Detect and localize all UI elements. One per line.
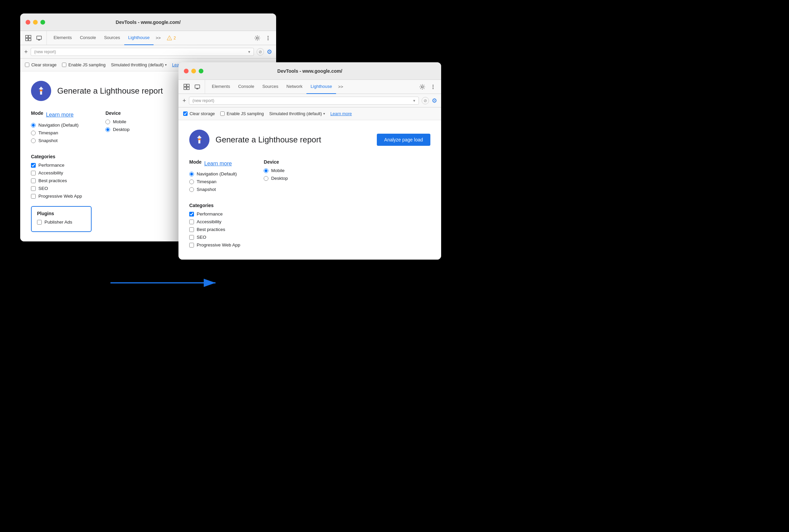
- cat-performance-front[interactable]: Performance: [189, 211, 430, 216]
- settings-icon-back[interactable]: [252, 33, 262, 43]
- mode-snapshot-front[interactable]: Snapshot: [189, 187, 237, 192]
- mode-header-back: Mode Learn more: [31, 111, 78, 119]
- device-toggle-icon-front[interactable]: [193, 82, 202, 92]
- mode-timespan-back[interactable]: Timespan: [31, 130, 78, 135]
- enable-js-checkbox-back[interactable]: [62, 63, 66, 67]
- window-title-back: DevTools - www.google.com/: [116, 20, 181, 25]
- clear-storage-label-front[interactable]: Clear storage: [183, 111, 215, 116]
- more-options-icon-front[interactable]: [428, 82, 438, 92]
- tab-elements-front[interactable]: Elements: [208, 80, 234, 94]
- enable-js-label-back[interactable]: Enable JS sampling: [62, 63, 106, 67]
- plugins-section-back: Plugins Publisher Ads: [31, 206, 92, 232]
- settings-icon-front[interactable]: [417, 82, 427, 92]
- enable-js-label-front[interactable]: Enable JS sampling: [220, 111, 264, 116]
- report-header-front: Generate a Lighthouse report Analyze pag…: [189, 130, 430, 150]
- svg-rect-15: [187, 84, 189, 87]
- mode-timespan-front[interactable]: Timespan: [189, 179, 237, 184]
- dropdown-icon-front: ▾: [413, 98, 415, 103]
- svg-rect-17: [195, 85, 200, 88]
- options-bar-front: Clear storage Enable JS sampling Simulat…: [179, 108, 441, 120]
- gear-icon-back[interactable]: ⚙: [267, 48, 272, 56]
- throttling-arrow-front: ▾: [323, 112, 325, 115]
- device-desktop-front[interactable]: Desktop: [264, 176, 288, 181]
- window-title-front: DevTools - www.google.com/: [278, 68, 342, 74]
- tab-elements-back[interactable]: Elements: [50, 31, 76, 45]
- report-input-back[interactable]: (new report) ▾: [31, 48, 254, 56]
- report-title-back: Generate a Lighthouse report: [57, 86, 163, 96]
- throttling-dropdown-back[interactable]: Simulated throttling (default) ▾: [111, 63, 167, 67]
- cat-seo-front[interactable]: SEO: [189, 235, 430, 240]
- device-section-back: Device Mobile Desktop: [106, 111, 130, 146]
- inspect-icon-front[interactable]: [182, 82, 191, 92]
- lighthouse-logo-back: [31, 81, 51, 101]
- title-bar-back: DevTools - www.google.com/: [20, 14, 276, 31]
- clear-storage-checkbox-front[interactable]: [183, 111, 188, 116]
- device-toggle-icon-back[interactable]: [34, 33, 44, 43]
- svg-point-19: [421, 86, 423, 88]
- mode-header-front: Mode Learn more: [189, 159, 237, 168]
- mode-navigation-front[interactable]: Navigation (Default): [189, 171, 237, 176]
- toolbar-right-back: [252, 33, 273, 43]
- svg-rect-5: [38, 40, 40, 40]
- mode-learn-more-front[interactable]: Learn more: [204, 160, 232, 167]
- maximize-button-front[interactable]: [199, 69, 203, 73]
- analyze-button-front[interactable]: Analyze page load: [377, 134, 430, 146]
- report-title-front: Generate a Lighthouse report: [215, 135, 321, 145]
- minimize-button-front[interactable]: [191, 69, 196, 73]
- enable-js-checkbox-front[interactable]: [220, 111, 225, 116]
- svg-point-22: [433, 88, 434, 89]
- gear-icon-front[interactable]: ⚙: [432, 97, 437, 104]
- svg-rect-3: [29, 38, 31, 41]
- cat-best-practices-front[interactable]: Best practices: [189, 227, 430, 232]
- svg-rect-13: [184, 84, 186, 87]
- tab-sources-front[interactable]: Sources: [258, 80, 283, 94]
- clear-storage-checkbox-back[interactable]: [25, 63, 29, 67]
- mode-navigation-back[interactable]: Navigation (Default): [31, 122, 78, 128]
- mode-learn-more-back[interactable]: Learn more: [46, 112, 74, 118]
- inspect-icon-back[interactable]: [23, 33, 33, 43]
- mode-section-front: Mode Learn more Navigation (Default) Tim…: [189, 159, 237, 195]
- tab-lighthouse-back[interactable]: Lighthouse: [124, 31, 154, 45]
- more-options-icon-back[interactable]: [263, 33, 273, 43]
- report-placeholder-front: (new report): [193, 98, 214, 103]
- svg-point-10: [268, 39, 269, 40]
- svg-point-8: [268, 36, 269, 37]
- cancel-icon-back[interactable]: ⊘: [257, 48, 264, 56]
- window-controls-front: [184, 69, 203, 73]
- close-button-back[interactable]: [25, 20, 30, 24]
- minimize-button-back[interactable]: [33, 20, 38, 24]
- warning-badge-back[interactable]: ! 2: [164, 35, 179, 41]
- tab-more-back[interactable]: >>: [153, 35, 163, 40]
- learn-more-link-front[interactable]: Learn more: [330, 111, 352, 116]
- cancel-icon-front[interactable]: ⊘: [421, 97, 429, 104]
- svg-rect-16: [187, 87, 189, 90]
- title-bar-front: DevTools - www.google.com/: [179, 62, 441, 80]
- device-mobile-front[interactable]: Mobile: [264, 168, 288, 173]
- device-mobile-back[interactable]: Mobile: [106, 119, 130, 124]
- svg-rect-0: [25, 35, 28, 38]
- cat-accessibility-front[interactable]: Accessibility: [189, 219, 430, 224]
- tab-console-front[interactable]: Console: [234, 80, 258, 94]
- window-controls-back: [25, 20, 45, 24]
- tab-console-back[interactable]: Console: [76, 31, 100, 45]
- address-bar-back: + (new report) ▾ ⊘ ⚙: [20, 45, 276, 59]
- clear-storage-label-back[interactable]: Clear storage: [25, 63, 57, 67]
- tab-more-front[interactable]: >>: [336, 84, 345, 89]
- add-report-icon-front[interactable]: +: [183, 98, 186, 104]
- tab-lighthouse-front[interactable]: Lighthouse: [306, 80, 336, 94]
- report-input-front[interactable]: (new report) ▾: [189, 97, 419, 105]
- maximize-button-back[interactable]: [40, 20, 45, 24]
- address-bar-front: + (new report) ▾ ⊘ ⚙: [179, 94, 441, 108]
- throttling-dropdown-front[interactable]: Simulated throttling (default) ▾: [269, 111, 325, 116]
- tab-network-front[interactable]: Network: [283, 80, 307, 94]
- cat-pwa-front[interactable]: Progressive Web App: [189, 243, 430, 247]
- tab-sources-back[interactable]: Sources: [100, 31, 124, 45]
- categories-section-front: Categories Performance Accessibility Bes…: [189, 203, 430, 247]
- dropdown-icon-back: ▾: [248, 50, 250, 54]
- add-report-icon-back[interactable]: +: [24, 49, 28, 55]
- plugin-publisher-ads-back[interactable]: Publisher Ads: [37, 220, 86, 225]
- device-desktop-back[interactable]: Desktop: [106, 127, 130, 132]
- toolbar-right-front: [417, 82, 438, 92]
- mode-snapshot-back[interactable]: Snapshot: [31, 138, 78, 143]
- close-button-front[interactable]: [184, 69, 189, 73]
